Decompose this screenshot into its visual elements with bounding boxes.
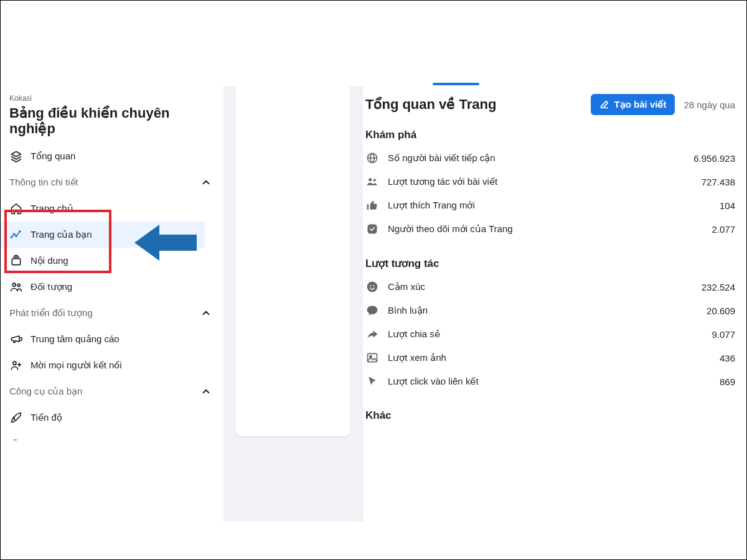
rocket-icon [9,411,23,424]
sidebar-item-label: Trung tâm quảng cáo [23,334,120,345]
stat-value: 2.077 [712,224,735,235]
sidebar-item-label: Trang của bạn [23,229,92,240]
people-icon [365,175,379,189]
stat-label: Lượt xem ảnh [388,352,446,363]
sidebar-group-audience-growth[interactable]: Phát triển đối tượng [1,300,222,326]
stat-row[interactable]: Lượt tương tác với bài viết 727.438 [365,170,735,194]
middle-panel [236,83,350,436]
stat-value: 869 [720,376,735,387]
stat-value: 436 [720,353,735,363]
stat-label: Bình luận [388,305,428,316]
image-icon [365,351,379,365]
stack-icon [9,149,23,163]
svg-point-1 [14,233,15,235]
stat-value: 104 [720,200,735,211]
sidebar-item-label: Trang chủ [23,203,73,214]
svg-point-11 [374,179,376,182]
svg-point-7 [13,362,16,365]
stat-row[interactable]: Bình luận 20.609 [365,299,735,322]
stat-value: 232.524 [702,282,735,292]
collection-icon [9,254,23,268]
svg-point-0 [11,236,12,238]
stat-label: Người theo dõi mới của Trang [388,223,513,235]
main-header: Tổng quan về Trang Tạo bài viết 28 ngày … [365,90,735,118]
stat-row[interactable]: Cảm xúc 232.524 [365,275,735,299]
stat-row[interactable]: Lượt thích Trang mới 104 [365,194,735,217]
sidebar-item-progress[interactable]: Tiến độ [1,404,222,431]
sidebar-item-label: Nội dung [23,255,68,266]
main-content: Tổng quan về Trang Tạo bài viết 28 ngày … [363,86,743,427]
svg-rect-16 [368,353,377,362]
stat-label: Lượt tương tác với bài viết [388,176,497,187]
sidebar-item-your-page[interactable]: Trang của bạn [1,222,205,248]
sidebar-item-audience[interactable]: Đối tượng [1,274,222,300]
megaphone-icon [9,332,23,346]
sidebar-group-tools[interactable]: Công cụ của bạn [1,378,222,404]
stat-label: Lượt chia sẻ [388,329,440,340]
compose-icon [599,100,609,110]
comment-icon [365,304,379,317]
svg-rect-8 [13,439,17,440]
stat-value: 727.438 [702,177,735,187]
section-title-discover: Khám phá [365,118,735,146]
trend-icon [9,228,23,241]
chevron-up-icon [199,385,213,398]
globe-icon [365,151,379,165]
svg-point-3 [19,231,21,232]
top-nav-indicator [1,83,746,85]
like-icon [365,198,379,212]
stat-label: Lượt click vào liên kết [388,376,479,387]
sidebar-item-label: Mời mọi người kết nối [23,360,122,371]
create-post-button[interactable]: Tạo bài viết [591,94,675,115]
sidebar-group-insights[interactable]: Thông tin chi tiết [1,169,222,195]
sidebar-item-ad-center[interactable]: Trung tâm quảng cáo [1,326,222,352]
stat-label: Số người bài viết tiếp cận [388,152,496,164]
stat-row[interactable]: Người theo dõi mới của Trang 2.077 [365,217,735,241]
svg-point-13 [367,282,378,292]
section-title-other: Khác [365,393,735,427]
sidebar-item-invite[interactable]: Mời mọi người kết nối [1,352,222,378]
cursor-icon [365,375,379,388]
stat-value: 9.077 [712,329,735,340]
svg-point-14 [370,285,371,286]
section-title-interactions: Lượt tương tác [365,241,735,275]
sidebar-item-label: Tiến độ [23,412,62,423]
active-tab-indicator [433,83,479,85]
chevron-up-icon [199,175,213,189]
home-icon [9,202,23,215]
page-title: Tổng quan về Trang [365,96,496,113]
breadcrumb[interactable]: Kokasi [1,93,222,103]
sidebar-item-label: Đối tượng [23,281,72,292]
sidebar-item-label: Tổng quan [23,151,75,162]
stat-row[interactable]: Lượt click vào liên kết 869 [365,370,735,393]
svg-rect-12 [368,225,377,234]
dashboard-title: Bảng điều khiển chuyên nghiệp [1,103,222,143]
stat-value: 20.609 [707,306,735,316]
sidebar: Kokasi Bảng điều khiển chuyên nghiệp Tổn… [1,88,222,453]
stat-label: Cảm xúc [388,281,425,292]
people-group-icon [9,280,23,294]
chevron-up-icon [199,306,213,320]
stat-label: Lượt thích Trang mới [388,200,475,211]
sidebar-item-more[interactable] [1,431,222,453]
share-icon [365,327,379,341]
stat-row[interactable]: Số người bài viết tiếp cận 6.956.923 [365,146,735,170]
svg-point-10 [369,178,372,181]
check-badge-icon [365,222,379,236]
stat-row[interactable]: Lượt xem ảnh 436 [365,346,735,370]
stat-value: 6.956.923 [693,153,735,164]
minus-icon [9,433,23,447]
sidebar-item-content[interactable]: Nội dung [1,248,222,274]
stat-row[interactable]: Lượt chia sẻ 9.077 [365,322,735,346]
days-filter[interactable]: 28 ngày qua [684,100,735,110]
svg-point-5 [12,283,16,286]
sidebar-item-overview[interactable]: Tổng quan [1,143,222,169]
svg-point-15 [373,285,374,286]
people-plus-icon [9,358,23,372]
create-post-label: Tạo bài viết [614,99,667,110]
smile-icon [365,280,379,294]
svg-point-2 [16,235,17,236]
svg-rect-4 [12,258,20,264]
svg-point-6 [17,284,20,286]
sidebar-item-home[interactable]: Trang chủ [1,195,222,222]
